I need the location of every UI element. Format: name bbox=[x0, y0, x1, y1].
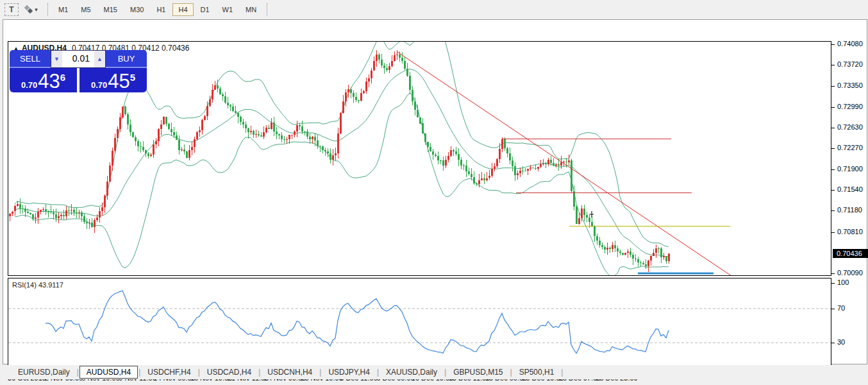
dropdown-caret-icon: ▾ bbox=[35, 6, 38, 13]
price-axis-label: 0.71900 bbox=[837, 165, 863, 173]
timeframe-button-h1[interactable]: H1 bbox=[151, 3, 171, 16]
chart-tab-usdjpy-h4[interactable]: USDJPY,H4 bbox=[322, 366, 376, 378]
tab-separator: | bbox=[198, 368, 200, 377]
chart-tab-usdcnh-h4[interactable]: USDCNH,H4 bbox=[261, 366, 319, 378]
tab-separator: | bbox=[77, 368, 79, 377]
rsi-axis-tick bbox=[831, 309, 835, 309]
price-axis-label: 0.70090 bbox=[837, 269, 863, 277]
volume-up-button[interactable]: ▲ bbox=[94, 51, 105, 67]
rsi-label: RSI(14) 43.9117 bbox=[12, 281, 63, 289]
price-axis-label: 0.72270 bbox=[837, 144, 863, 151]
timeframe-button-mn[interactable]: MN bbox=[240, 3, 262, 16]
chart-tab-audusd-h4[interactable]: AUDUSD,H4 bbox=[79, 366, 138, 379]
timeframe-button-m15[interactable]: M15 bbox=[98, 3, 123, 16]
buy-price-box[interactable]: 0.70455 bbox=[79, 68, 147, 92]
sell-price-pip: 6 bbox=[60, 72, 65, 83]
timeframe-buttons: M1M5M15M30H1H4D1W1MN bbox=[52, 3, 263, 16]
tab-separator: | bbox=[377, 368, 379, 377]
timeframe-button-m30[interactable]: M30 bbox=[124, 3, 149, 16]
terminal-window: T ▾ M1M5M15M30H1H4D1W1MN ▲AUDUSD,H40.704… bbox=[0, 0, 868, 385]
caret-up-icon: ▲ bbox=[97, 56, 103, 62]
price-axis-tick bbox=[831, 148, 835, 149]
timeframe-button-m5[interactable]: M5 bbox=[75, 3, 96, 16]
sell-button[interactable]: SELL bbox=[10, 50, 51, 68]
caret-down-icon: ▼ bbox=[54, 56, 60, 62]
price-axis-label: 0.70810 bbox=[837, 228, 863, 235]
chart-tab-eurusd-daily[interactable]: EURUSD,Daily bbox=[12, 366, 76, 378]
rsi-chart bbox=[8, 278, 831, 370]
chart-window: ▲AUDUSD,H40.70417 0.70481 0.70412 0.7043… bbox=[3, 19, 867, 364]
rsi-axis-tick bbox=[831, 343, 835, 343]
price-axis-label: 0.71180 bbox=[837, 206, 862, 214]
price-axis-tick bbox=[831, 169, 835, 170]
chart-tab-sp500-h1[interactable]: SP500,H1 bbox=[513, 366, 561, 378]
rsi-axis-label: 100 bbox=[837, 278, 849, 286]
price-axis-tick bbox=[831, 65, 835, 65]
chart-tab-bar: EURUSD,Daily|AUDUSD,H4|USDCHF,H4|USDCAD,… bbox=[0, 365, 868, 379]
timeframe-button-m1[interactable]: M1 bbox=[53, 3, 74, 16]
price-chart-pane[interactable]: ▲AUDUSD,H40.70417 0.70481 0.70412 0.7043… bbox=[8, 41, 831, 276]
price-axis-tick bbox=[831, 128, 835, 128]
volume-value[interactable]: 0.01 bbox=[62, 51, 94, 67]
price-axis-label: 0.73720 bbox=[837, 60, 863, 68]
price-axis[interactable]: 0.740800.737200.733500.729900.726300.722… bbox=[831, 39, 868, 384]
price-axis-label: 0.73350 bbox=[837, 81, 863, 89]
buy-price-pip: 5 bbox=[130, 72, 135, 83]
arrows-tool-button[interactable]: ▾ bbox=[20, 3, 43, 16]
arrows-icon bbox=[25, 6, 33, 13]
chart-tab-usdchf-h4[interactable]: USDCHF,H4 bbox=[141, 366, 197, 378]
price-axis-tick bbox=[831, 232, 835, 233]
sell-price-prefix: 0.70 bbox=[21, 80, 37, 90]
volume-down-button[interactable]: ▼ bbox=[51, 51, 62, 67]
rsi-indicator-pane[interactable]: RSI(14) 43.9117 bbox=[8, 278, 831, 370]
buy-button-label: BUY bbox=[118, 54, 135, 64]
one-click-trading-panel: SELL ▼ 0.01 ▲ BUY 0.70436 0.70455 bbox=[10, 50, 147, 92]
buy-button[interactable]: BUY bbox=[106, 50, 147, 68]
sell-button-label: SELL bbox=[20, 54, 40, 64]
chart-tab-usdcad-h4[interactable]: USDCAD,H4 bbox=[201, 366, 258, 378]
tab-separator: | bbox=[319, 368, 321, 377]
toolbar-grip bbox=[47, 3, 48, 16]
timeframe-button-h4[interactable]: H4 bbox=[172, 3, 193, 16]
tab-separator: | bbox=[444, 368, 446, 377]
price-axis-tick bbox=[831, 107, 835, 108]
sell-price-big: 43 bbox=[38, 72, 60, 90]
buy-price-big: 45 bbox=[108, 72, 129, 90]
price-axis-tick bbox=[831, 86, 835, 87]
price-axis-tick bbox=[831, 210, 835, 211]
price-axis-label: 0.72990 bbox=[837, 103, 863, 110]
timeframe-button-d1[interactable]: D1 bbox=[195, 3, 215, 16]
price-axis-tick bbox=[831, 273, 835, 274]
price-axis-label: 0.74080 bbox=[837, 40, 863, 47]
rsi-axis-label: 70 bbox=[837, 304, 845, 312]
text-tool-icon: T bbox=[9, 5, 13, 14]
tab-separator: | bbox=[510, 368, 512, 377]
buy-price-prefix: 0.70 bbox=[91, 80, 107, 90]
price-axis-label: 0.71540 bbox=[837, 185, 863, 193]
text-tool-button[interactable]: T bbox=[4, 3, 19, 16]
tab-separator: | bbox=[138, 368, 140, 377]
chart-tab-xauusd-daily[interactable]: XAUUSD,Daily bbox=[380, 366, 444, 378]
timeframe-button-w1[interactable]: W1 bbox=[217, 3, 239, 16]
toolbar: T ▾ M1M5M15M30H1H4D1W1MN bbox=[0, 0, 868, 19]
sell-price-box[interactable]: 0.70436 bbox=[10, 68, 77, 92]
tab-separator: | bbox=[258, 368, 260, 377]
rsi-axis-tick bbox=[831, 283, 835, 284]
price-axis-label: 0.72630 bbox=[837, 123, 863, 131]
price-axis-tick bbox=[831, 44, 835, 45]
tab-separator: | bbox=[561, 368, 563, 377]
rsi-axis-label: 30 bbox=[837, 338, 845, 346]
volume-stepper: ▼ 0.01 ▲ bbox=[51, 50, 106, 68]
current-price-tag: 0.70436 bbox=[833, 249, 868, 258]
toolbar-grip bbox=[267, 3, 267, 16]
price-axis-tick bbox=[831, 190, 835, 191]
chart-tab-gbpusd-m15[interactable]: GBPUSD,M15 bbox=[447, 366, 509, 378]
